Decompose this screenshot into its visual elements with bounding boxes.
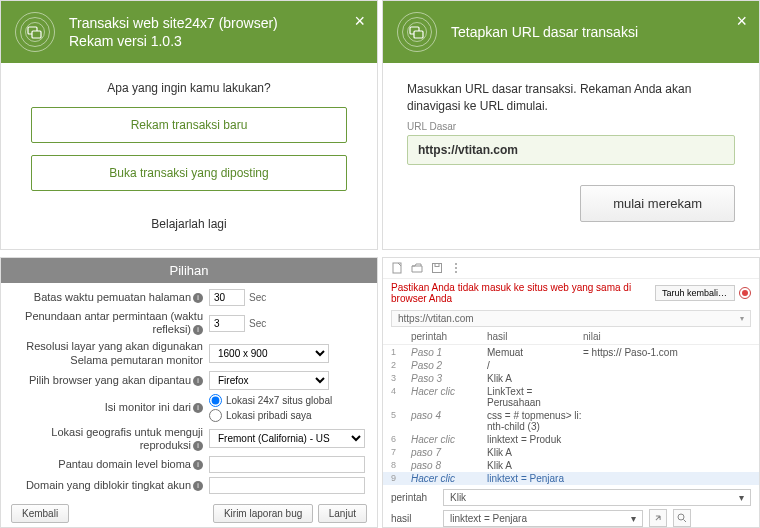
revert-button[interactable]: Taruh kembali da... [655,285,735,301]
url-bar[interactable]: https://vtitan.com▾ [391,310,751,327]
chevron-down-icon: ▾ [740,314,744,323]
toolbar [383,258,759,279]
close-icon[interactable]: × [736,11,747,32]
info-icon[interactable]: i [193,293,203,303]
panel-set-url: Tetapkan URL dasar transaksi × Masukkan … [382,0,760,250]
geo-label: Lokasi geografis untuk menguji reproduks… [51,426,203,451]
radio-global[interactable]: Lokasi 24x7 situs global [209,394,332,407]
edit-target-select[interactable]: linktext = Penjara▾ [443,510,643,527]
browser-label: Pilih browser yang akan dipantau [29,374,191,386]
thinktime-label: Penundaan antar permintaan (waktu reflek… [25,310,203,335]
close-icon[interactable]: × [354,11,365,32]
geo-select[interactable]: Fremont (California) - US [209,429,365,448]
edit-area: perintah Klik▾ hasil linktext = Penjara▾… [383,485,759,528]
info-icon[interactable]: i [193,481,203,491]
radio-private[interactable]: Lokasi pribadi saya [209,409,332,422]
steps-grid: perintah hasil nilai 1Paso 1Memuat= http… [383,330,759,485]
info-icon[interactable]: i [193,441,203,451]
table-row[interactable]: 1Paso 1Memuat= https:// Paso-1.com [383,346,759,359]
domain-input[interactable] [209,456,365,473]
record-icon[interactable] [739,287,751,299]
description: Masukkan URL dasar transaksi. Rekaman An… [407,81,735,115]
open-icon[interactable] [411,262,423,274]
chevron-down-icon: ▾ [631,513,636,524]
table-row[interactable]: 8paso 8Klik A [383,459,759,472]
svg-rect-5 [433,264,442,273]
svg-point-10 [678,514,684,520]
timeout-label: Batas waktu pemuatan halaman [34,291,191,303]
svg-point-9 [455,271,457,273]
domain-label: Pantau domain level bioma [58,458,191,470]
recorder-icon [15,12,55,52]
table-row[interactable]: 4Hacer clicLinkText = Perusahaan [383,385,759,409]
save-icon[interactable] [431,262,443,274]
table-row[interactable]: 7paso 7Klik A [383,446,759,459]
warning-text: Pastikan Anda tidak masuk ke situs web y… [391,282,655,304]
base-url-input[interactable] [407,135,735,165]
header-title: Tetapkan URL dasar transaksi [451,23,638,41]
locate-button[interactable] [649,509,667,527]
learn-more-link[interactable]: Belajarlah lagi [151,217,226,231]
new-icon[interactable] [391,262,403,274]
panel-welcome: Transaksi web site24x7 (browser) Rekam v… [0,0,378,250]
col-value: nilai [583,331,751,342]
col-command: perintah [411,331,487,342]
svg-point-8 [455,267,457,269]
search-icon[interactable] [673,509,691,527]
edit-command-select[interactable]: Klik▾ [443,489,751,506]
panel-options: Pilihan Batas waktu pemuatan halamani Se… [0,257,378,528]
timeout-input[interactable] [209,289,245,306]
svg-rect-6 [435,264,439,267]
options-header: Pilihan [1,258,377,283]
table-row[interactable]: 2Paso 2/ [383,359,759,372]
info-icon[interactable]: i [193,460,203,470]
svg-rect-1 [32,31,41,38]
open-posted-button[interactable]: Buka transaksi yang diposting [31,155,347,191]
thinktime-input[interactable] [209,315,245,332]
resolution-label: Resolusi layar yang akan digunakanSelama… [26,340,203,365]
table-row[interactable]: 3Paso 3Klik A [383,372,759,385]
bug-report-button[interactable]: Kirim laporan bug [213,504,313,523]
blocked-input[interactable] [209,477,365,494]
record-new-button[interactable]: Rekam transaksi baru [31,107,347,143]
next-button[interactable]: Lanjut [318,504,367,523]
back-button[interactable]: Kembali [11,504,69,523]
recorder-icon [397,12,437,52]
header: Transaksi web site24x7 (browser) Rekam v… [1,1,377,63]
more-icon[interactable] [451,262,461,274]
svg-rect-3 [414,31,423,38]
svg-point-7 [455,263,457,265]
chevron-down-icon: ▾ [739,492,744,503]
header-title: Transaksi web site24x7 (browser) Rekam v… [69,14,278,50]
table-row[interactable]: 5paso 4css = # topmenus> li: nth-child (… [383,409,759,433]
prompt-text: Apa yang ingin kamu lakukan? [31,81,347,95]
browser-select[interactable]: Firefox [209,371,329,390]
start-recording-button[interactable]: mulai merekam [580,185,735,222]
info-icon[interactable]: i [193,325,203,335]
fillfrom-label: Isi monitor ini dari [105,401,191,413]
url-label: URL Dasar [407,121,735,132]
table-row[interactable]: 6Hacer cliclinktext = Produk [383,433,759,446]
header: Tetapkan URL dasar transaksi × [383,1,759,63]
blocked-label: Domain yang diblokir tingkat akun [26,479,191,491]
panel-recorder: Pastikan Anda tidak masuk ke situs web y… [382,257,760,528]
info-icon[interactable]: i [193,403,203,413]
info-icon[interactable]: i [193,376,203,386]
resolution-select[interactable]: 1600 x 900 [209,344,329,363]
col-target: hasil [487,331,583,342]
table-row[interactable]: 9Hacer cliclinktext = Penjara [383,472,759,485]
